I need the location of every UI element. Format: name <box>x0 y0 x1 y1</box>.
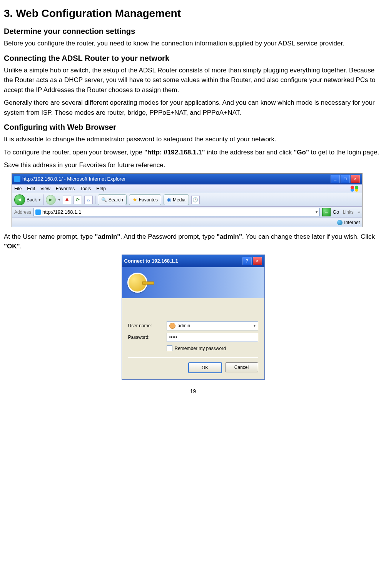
menu-favorites[interactable]: Favorites <box>56 185 75 192</box>
menu-tools[interactable]: Tools <box>80 185 91 192</box>
section-3-title: Configuring with Web Browser <box>4 121 382 133</box>
dialog-title: Connect to 192.168.1.1 <box>124 257 241 265</box>
ie-addressbar: Address http://192.168.1.1 ▾ → Go Links … <box>12 207 362 218</box>
go-button[interactable]: → <box>322 208 331 216</box>
username-dropdown-icon[interactable]: ▾ <box>254 323 256 328</box>
page-icon <box>35 209 41 215</box>
address-label: Address <box>14 209 31 216</box>
remember-label: Remember my password <box>175 345 226 352</box>
address-input[interactable]: http://192.168.1.1 ▾ <box>33 208 320 216</box>
ie-title-text: http://192.168.0.1/ - Microsoft Internet… <box>22 175 331 183</box>
forward-dropdown-icon[interactable]: ▾ <box>58 196 60 203</box>
media-button[interactable]: Media <box>164 194 189 205</box>
ie-titlebar: http://192.168.0.1/ - Microsoft Internet… <box>12 174 362 184</box>
help-button[interactable]: ? <box>242 257 252 265</box>
menu-help[interactable]: Help <box>96 185 106 192</box>
section-1-title: Determine your connection settings <box>4 25 382 37</box>
ie-page-icon <box>14 176 20 182</box>
section-2-title: Connecting the ADSL Router to your netwo… <box>4 52 382 64</box>
ie-toolbar: ◄ Back ▾ ► ▾ ✖ ⟳ ⌂ Search Favorites Medi… <box>12 193 362 207</box>
ie-window: http://192.168.0.1/ - Microsoft Internet… <box>12 173 363 227</box>
favorites-button[interactable]: Favorites <box>129 194 161 205</box>
close-button[interactable]: × <box>351 175 360 183</box>
search-icon <box>101 196 107 203</box>
forward-button[interactable]: ► <box>46 195 56 205</box>
dialog-banner <box>122 267 264 298</box>
username-label: User name: <box>128 322 167 329</box>
windows-logo-icon <box>349 186 360 192</box>
maximize-button[interactable]: □ <box>341 175 350 183</box>
password-label: Password: <box>128 334 167 341</box>
password-value: ••••• <box>169 334 177 341</box>
password-input[interactable]: ••••• <box>167 333 258 342</box>
username-value: admin <box>178 322 190 329</box>
minimize-button[interactable]: _ <box>331 175 340 183</box>
section-2-p1: Unlike a simple hub or switch, the setup… <box>4 65 382 95</box>
section-2-p2: Generally there are several different op… <box>4 98 382 117</box>
keys-icon <box>127 273 147 293</box>
page-title: 3. Web Configuration Management <box>4 5 382 22</box>
home-button[interactable]: ⌂ <box>84 196 93 204</box>
ok-button[interactable]: OK <box>188 362 222 373</box>
links-label[interactable]: Links <box>341 209 355 216</box>
section-1-p1: Before you configure the router, you nee… <box>4 39 382 49</box>
go-label: Go <box>333 209 339 216</box>
section-4-p1: At the User name prompt, type "admin". A… <box>4 232 382 251</box>
links-chevron-icon[interactable]: » <box>358 209 360 215</box>
connect-dialog: Connect to 192.168.1.1 ? × User name: ad… <box>122 255 265 380</box>
status-text: Internet <box>344 219 360 226</box>
section-3-p2: To configure the router, open your brows… <box>4 147 382 157</box>
cancel-button[interactable]: Cancel <box>225 362 258 372</box>
media-icon <box>167 196 171 204</box>
address-dropdown-icon[interactable]: ▾ <box>316 209 318 215</box>
internet-zone-icon <box>337 220 343 225</box>
back-button[interactable]: ◄ <box>14 194 25 205</box>
star-icon <box>132 196 137 204</box>
section-3-p1: It is advisable to change the administra… <box>4 134 382 144</box>
ie-menubar: File Edit View Favorites Tools Help <box>12 184 362 193</box>
back-dropdown-icon[interactable]: ▾ <box>38 196 41 203</box>
address-value: http://192.168.1.1 <box>42 208 81 216</box>
username-input[interactable]: admin ▾ <box>167 321 258 330</box>
menu-view[interactable]: View <box>40 185 50 192</box>
back-label: Back <box>27 196 37 203</box>
section-3-p3: Save this address in your Favorites for … <box>4 160 382 170</box>
menu-file[interactable]: File <box>14 185 22 192</box>
stop-button[interactable]: ✖ <box>63 196 71 204</box>
search-button[interactable]: Search <box>98 194 127 205</box>
history-button[interactable]: 🕓 <box>191 196 200 204</box>
dialog-titlebar: Connect to 192.168.1.1 ? × <box>122 255 264 267</box>
refresh-button[interactable]: ⟳ <box>74 196 82 204</box>
menu-edit[interactable]: Edit <box>27 185 35 192</box>
user-icon <box>169 323 175 329</box>
ie-statusbar: Internet <box>12 218 362 227</box>
remember-checkbox[interactable] <box>167 345 172 351</box>
page-number: 19 <box>4 387 382 395</box>
dialog-close-button[interactable]: × <box>253 257 262 265</box>
